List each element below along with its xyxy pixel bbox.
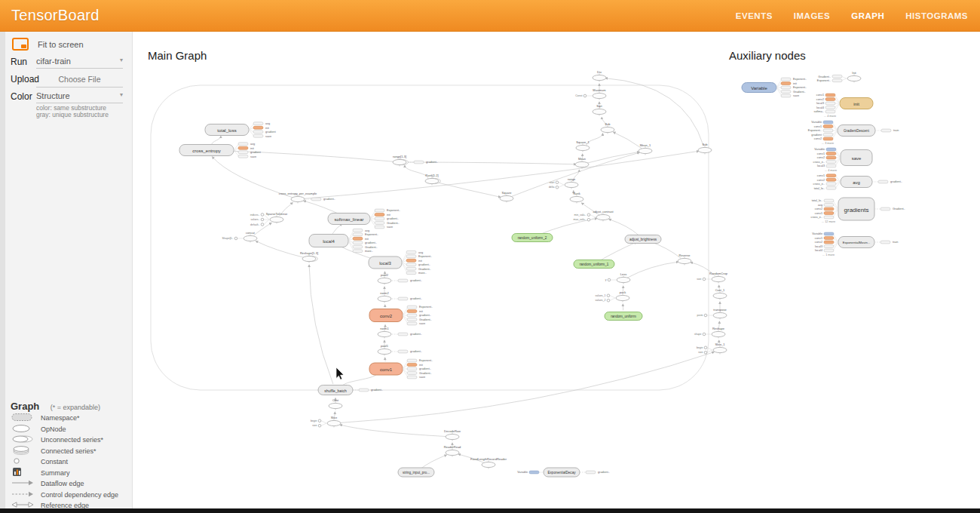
svg-text:... 12 more: ... 12 more [822, 220, 835, 223]
svg-text:train: train [893, 241, 898, 244]
svg-text:Reshape[1-3]: Reshape[1-3] [300, 251, 318, 255]
node-pool1[interactable]: pool1gradient.. [378, 344, 422, 356]
svg-text:local3: local3 [817, 164, 825, 167]
node-SubT[interactable]: Sub [601, 122, 614, 134]
node-SquareOp[interactable]: Square [500, 191, 513, 203]
node-ru2[interactable]: random_uniform_2 [512, 234, 553, 242]
nav-tab-images[interactable]: IMAGES [794, 11, 830, 20]
node-gradients[interactable]: gradientstotal_lo..avgconv2conv1cross_e.… [811, 198, 905, 223]
node-Maximum[interactable]: MaximumConst [575, 88, 606, 100]
node-local3[interactable]: local3avgExponent..initgradient..Gradien… [369, 250, 432, 275]
svg-text:Variable: Variable [812, 232, 822, 235]
node-Sqrt[interactable]: Sqrt [593, 104, 606, 116]
node-SpD[interactable]: SparseToDenseindices..values..default.. [250, 212, 288, 226]
fit-to-screen-button[interactable]: Fit to screen [12, 38, 84, 51]
svg-text:conv1: conv1 [817, 174, 825, 177]
node-cross_entropy[interactable]: cross_entropyavginitgradientsave [179, 143, 262, 158]
svg-text:Variable: Variable [517, 471, 528, 474]
node-Cast[interactable]: Cast [329, 398, 342, 410]
nav-tab-graph[interactable]: GRAPH [851, 11, 884, 20]
node-ru0[interactable]: random_uniform [605, 312, 642, 321]
node-SubR[interactable]: Sub [698, 143, 712, 155]
node-FLRR[interactable]: FixedLengthRecordReader [470, 457, 507, 469]
node-GradientDescent[interactable]: GradientDescentVariableconv1Exponent..gr… [808, 121, 899, 144]
node-Div[interactable]: Div [593, 70, 606, 82]
node-rangeOp[interactable]: rangestartdelta [549, 177, 578, 189]
auxiliary-nodes-title: Auxiliary nodes [729, 49, 806, 62]
node-Variable[interactable]: VariableExponent..initExponent..Gradient… [742, 78, 807, 97]
choose-file-button[interactable]: Choose File [36, 75, 123, 88]
node-Rank12[interactable]: Rank[1-2] [425, 174, 441, 186]
edge-Rank12-SquareOp [436, 182, 501, 197]
edge-shuffle_batch-Reshape13 [309, 265, 333, 384]
node-total_loss[interactable]: total_lossavginitgradientsave [205, 122, 277, 138]
svg-text:perm: perm [697, 314, 703, 317]
node-conv1[interactable]: conv1Exponent..initgradient..Gradient..s… [369, 359, 433, 379]
svg-text:total_lo..: total_lo.. [814, 187, 825, 190]
svg-text:softmax_linear: softmax_linear [334, 217, 363, 222]
node-transpose[interactable]: transposeperm [697, 308, 727, 320]
nav-tab-histograms[interactable]: HISTOGRAMS [905, 11, 968, 20]
node-auxInit[interactable]: InitGradient..Exponent.. [817, 71, 861, 83]
fit-to-screen-icon [12, 38, 29, 51]
node-Mean_1[interactable]: Mean_1 [639, 143, 652, 155]
node-RandomCrop[interactable]: RandomCropsize [697, 272, 727, 284]
svg-text:values_2: values_2 [595, 299, 605, 302]
node-Reshape13[interactable]: Reshape[1-3] [300, 251, 318, 263]
svg-text:Gradient..: Gradient.. [418, 268, 431, 271]
node-expDecay[interactable]: ExponentialDecayVariablegradient.. [517, 468, 610, 477]
run-select[interactable]: cifar-train ▾ [36, 57, 123, 69]
bottom-scrollbar[interactable] [0, 508, 980, 513]
node-norm2[interactable]: norm2gradient.. [378, 291, 422, 303]
node-pack[interactable]: packvalues_1values_2 [595, 290, 629, 303]
node-concat[interactable]: concatShape[0.. [222, 231, 257, 243]
node-Less[interactable]: Lessy [605, 272, 630, 284]
svg-text:Gradient..: Gradient.. [387, 222, 400, 225]
node-conv2[interactable]: conv2Exponent..initgradient..Gradient..s… [369, 306, 433, 325]
svg-text:indices..: indices.. [250, 213, 260, 217]
svg-text:conv1: conv1 [816, 94, 824, 97]
svg-text:random_uniform_1: random_uniform_1 [580, 263, 609, 266]
svg-text:Gradient..: Gradient.. [818, 75, 831, 78]
node-ReshapeR[interactable]: Reshapeshape [694, 327, 725, 339]
sidebar-scrollbar[interactable] [0, 32, 5, 509]
node-Mean[interactable]: Mean [575, 157, 589, 169]
node-Reverse[interactable]: Reverse [678, 253, 691, 266]
node-adjC[interactable]: adjust_contrastmin_valu..max_valu.. [574, 210, 614, 222]
node-norm1[interactable]: norm1gradient.. [378, 327, 422, 339]
graph-canvas[interactable]: total_lossavginitgradientsavecross_entro… [133, 32, 980, 513]
node-avg[interactable]: avgconv1conv2cross_e..total_lo..gradient… [813, 174, 902, 190]
svg-text:values_1: values_1 [595, 294, 605, 297]
node-save[interactable]: saveVariableconv1conv2cross_e..local3...… [813, 148, 872, 171]
svg-text:total_lo..: total_lo.. [812, 199, 822, 202]
svg-text:gradient..: gradient.. [419, 367, 431, 370]
svg-text:Shape[0..: Shape[0.. [222, 237, 234, 240]
node-ru1[interactable]: random_uniform_1 [574, 260, 614, 269]
node-shuffle_batch[interactable]: shuffle_batchgradient.. [318, 386, 383, 395]
node-sip[interactable]: string_input_pro... [398, 468, 434, 477]
svg-text:gradient..: gradient.. [410, 297, 422, 300]
node-Slice_1[interactable]: Slice_1beginsize [697, 343, 727, 355]
node-softmax_linear[interactable]: softmax_linearExponent..initgradient..Gr… [328, 209, 400, 229]
svg-text:Variable: Variable [811, 121, 822, 124]
node-adjB[interactable]: adjust_brightness [625, 235, 661, 244]
node-Square_1[interactable]: Square_1 [576, 140, 590, 152]
svg-text:Exponent..: Exponent.. [817, 79, 831, 82]
node-DecodeRaw[interactable]: DecodeRaw [444, 429, 461, 441]
node-pool2[interactable]: pool2gradient.. [378, 273, 422, 285]
node-range13[interactable]: range[1-3]gradient.. [393, 155, 438, 167]
edge-sip-ReaderRead [421, 455, 446, 468]
node-cepe[interactable]: cross_entropy_per_examplegradient.. [279, 192, 335, 204]
svg-text:Init: Init [852, 71, 856, 75]
node-Rank[interactable]: Rank [570, 192, 583, 204]
node-Slice[interactable]: Slicebeginsize [311, 416, 341, 428]
nav-tab-events[interactable]: EVENTS [736, 11, 773, 20]
app-title: TensorBoard [0, 7, 100, 24]
svg-text:avg: avg [418, 251, 423, 254]
edge-Mean-Mean_1 [586, 152, 639, 163]
node-local4[interactable]: local4avgExponent..initgradient..Gradien… [309, 229, 378, 253]
color-select[interactable]: Structure ▾ [36, 91, 123, 103]
node-expMov[interactable]: ExponentialMovin...Variableconv1conv2loc… [812, 232, 898, 256]
node-init[interactable]: initconv1conv2local3local4softma..... 4 … [813, 94, 873, 117]
node-Cast_1[interactable]: Cast_1 [713, 288, 727, 300]
